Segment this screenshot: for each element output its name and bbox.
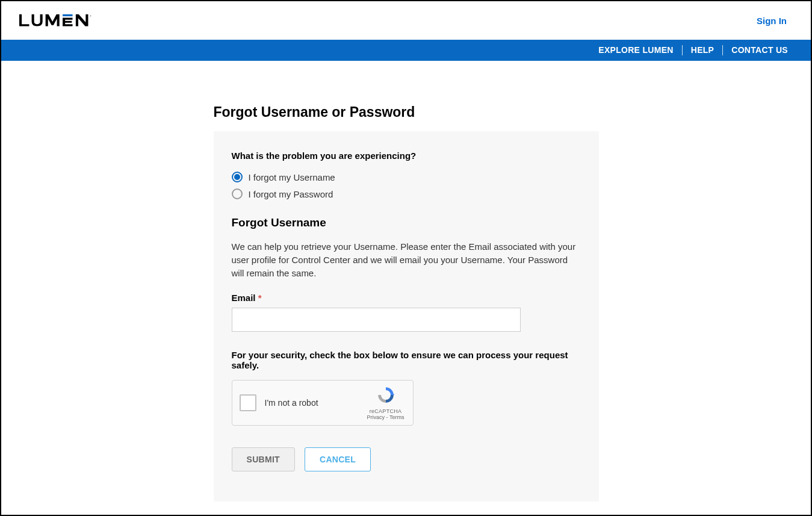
- signin-link[interactable]: Sign In: [757, 16, 793, 26]
- button-row: SUBMIT CANCEL: [232, 447, 581, 471]
- submit-button[interactable]: SUBMIT: [232, 447, 295, 471]
- page-title: Forgot Username or Password: [214, 104, 599, 120]
- main-container: Forgot Username or Password What is the …: [1, 61, 811, 502]
- recaptcha-logo-icon: [376, 385, 395, 405]
- email-label: Email *: [232, 293, 581, 303]
- nav-contact-us[interactable]: CONTACT US: [723, 45, 796, 55]
- recaptcha-links: Privacy - Terms: [366, 414, 406, 420]
- form-card: What is the problem you are experiencing…: [214, 131, 599, 502]
- recaptcha-widget: I'm not a robot reCAPTCHA Privacy - Term…: [232, 380, 414, 426]
- radio-icon: [232, 188, 243, 199]
- nav-bar: EXPLORE LUMEN HELP CONTACT US: [1, 40, 811, 61]
- recaptcha-label: I'm not a robot: [265, 398, 366, 408]
- email-input[interactable]: [232, 308, 521, 332]
- nav-help[interactable]: HELP: [683, 45, 724, 55]
- content-wrapper: Forgot Username or Password What is the …: [214, 104, 599, 502]
- cancel-button[interactable]: CANCEL: [305, 447, 371, 471]
- radio-label-username: I forgot my Username: [249, 172, 335, 182]
- recaptcha-checkbox[interactable]: [240, 394, 256, 411]
- svg-rect-0: [63, 14, 72, 16]
- radio-forgot-username[interactable]: I forgot my Username: [232, 172, 581, 182]
- header-top: ® Sign In: [1, 1, 811, 40]
- question-label: What is the problem you are experiencing…: [232, 151, 581, 161]
- required-indicator: *: [258, 293, 262, 303]
- radio-group: I forgot my Username I forgot my Passwor…: [232, 172, 581, 199]
- section-title: Forgot Username: [232, 216, 581, 229]
- help-text: We can help you retrieve your Username. …: [232, 240, 581, 279]
- nav-explore-lumen[interactable]: EXPLORE LUMEN: [590, 45, 682, 55]
- svg-text:®: ®: [90, 15, 91, 17]
- recaptcha-brand-text: reCAPTCHA: [366, 408, 406, 414]
- recaptcha-privacy-link[interactable]: Privacy: [367, 414, 385, 420]
- radio-forgot-password[interactable]: I forgot my Password: [232, 188, 581, 199]
- recaptcha-branding: reCAPTCHA Privacy - Terms: [366, 385, 406, 420]
- radio-icon: [232, 172, 243, 182]
- recaptcha-terms-link[interactable]: Terms: [389, 414, 404, 420]
- security-text: For your security, check the box below t…: [232, 350, 581, 370]
- radio-label-password: I forgot my Password: [249, 189, 333, 199]
- lumen-logo[interactable]: ®: [19, 14, 104, 27]
